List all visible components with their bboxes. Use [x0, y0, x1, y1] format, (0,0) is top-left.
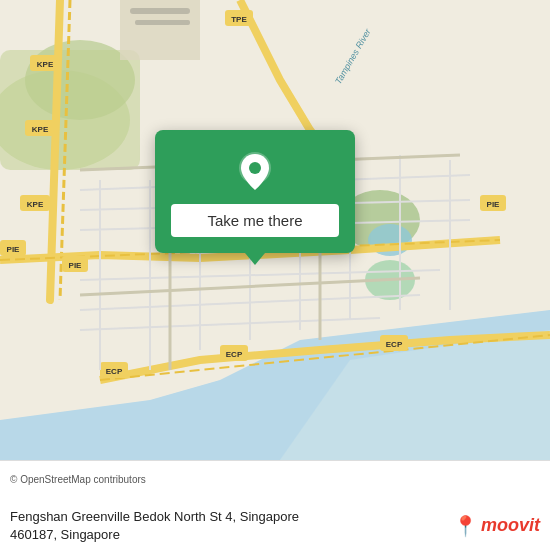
location-popup: Take me there [155, 130, 355, 253]
svg-text:PIE: PIE [7, 245, 21, 254]
map-container[interactable]: KPE KPE KPE TPE PIE PIE ECP ECP ECP PIE … [0, 0, 550, 460]
moovit-pin-icon: 📍 [453, 514, 478, 538]
address-row: Fengshan Greenville Bedok North St 4, Si… [10, 508, 540, 544]
take-me-there-button[interactable]: Take me there [171, 204, 339, 237]
address-line2: 460187, Singapore [10, 527, 120, 542]
svg-text:PIE: PIE [69, 261, 83, 270]
svg-text:KPE: KPE [27, 200, 44, 209]
svg-text:PIE: PIE [487, 200, 501, 209]
svg-text:TPE: TPE [231, 15, 247, 24]
svg-text:KPE: KPE [37, 60, 54, 69]
footer: © OpenStreetMap contributors Fengshan Gr… [0, 460, 550, 550]
svg-rect-7 [130, 8, 190, 14]
svg-rect-8 [135, 20, 190, 25]
osm-credit-text: © OpenStreetMap contributors [10, 474, 146, 485]
svg-point-34 [249, 162, 261, 174]
address-line1: Fengshan Greenville Bedok North St 4, Si… [10, 509, 299, 524]
location-pin-icon [233, 150, 277, 194]
moovit-logo: 📍 moovit [453, 514, 540, 538]
svg-text:ECP: ECP [386, 340, 403, 349]
svg-rect-5 [0, 50, 140, 170]
address-text: Fengshan Greenville Bedok North St 4, Si… [10, 508, 443, 544]
moovit-brand-text: moovit [481, 515, 540, 536]
svg-text:ECP: ECP [106, 367, 123, 376]
svg-text:KPE: KPE [32, 125, 49, 134]
osm-credit: © OpenStreetMap contributors [10, 469, 540, 487]
svg-text:ECP: ECP [226, 350, 243, 359]
